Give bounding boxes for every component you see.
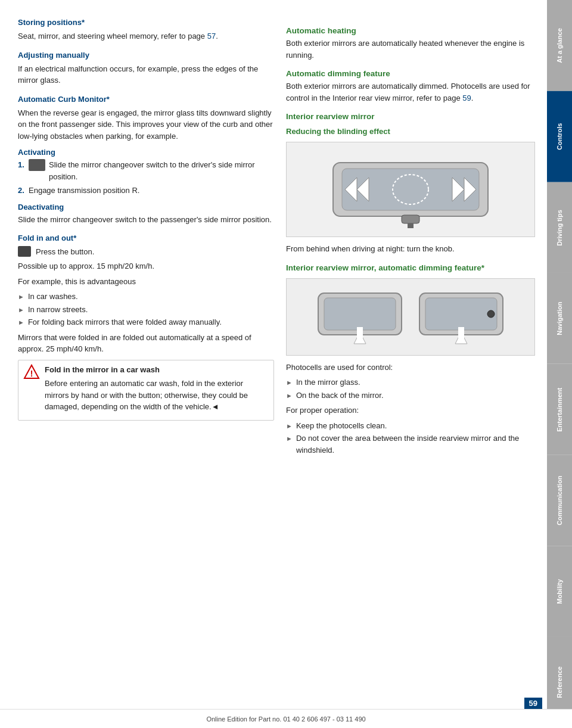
right-column: Automatic heating Both exterior mirrors … (286, 18, 535, 692)
fold-body3: For example, this is advantageous (18, 276, 274, 288)
warning-icon: ! (23, 364, 40, 381)
svg-rect-10 (408, 223, 414, 228)
reducing-effect-heading: Reducing the blinding effect (286, 127, 535, 136)
bullet-keep-clean: ► Keep the photocells clean. (286, 420, 535, 432)
warning-title: Fold in the mirror in a car wash (45, 364, 269, 376)
page-59-link[interactable]: 59 (462, 94, 471, 102)
reducing-caption: From behind when driving at night: turn … (286, 243, 535, 255)
bullet-mirror-glass: ► In the mirror glass. (286, 377, 535, 388)
step-2-text: Engage transmission position R. (29, 185, 139, 197)
svg-text:!: ! (30, 369, 33, 378)
fold-body4: Mirrors that were folded in are folded o… (18, 332, 274, 355)
photocells-intro: Photocells are used for control: (286, 362, 535, 374)
svg-point-17 (487, 310, 495, 318)
svg-rect-19 (458, 327, 464, 339)
footer-text: Online Edition for Part no. 01 40 2 606 … (206, 715, 365, 723)
storing-positions-body: Seat, mirror, and steering wheel memory,… (18, 30, 274, 42)
auto-dimming-heading: Automatic dimming feature (286, 69, 535, 78)
sidebar-item-controls[interactable]: Controls (547, 91, 572, 182)
bullet-no-cover: ► Do not cover the area between the insi… (286, 433, 535, 456)
svg-rect-16 (425, 298, 497, 330)
left-column: Storing positions* Seat, mirror, and ste… (18, 18, 274, 692)
page-57-link[interactable]: 57 (207, 32, 216, 41)
svg-rect-9 (402, 215, 419, 223)
activating-steps: 1. Slide the mirror changeover switch to… (18, 159, 274, 197)
deactivating-subheading: Deactivating (18, 203, 274, 211)
sidebar-item-entertainment[interactable]: Entertainment (547, 364, 572, 455)
fold-button-icon (18, 246, 31, 257)
step-2: 2. Engage transmission position R. (18, 185, 274, 197)
step-1: 1. Slide the mirror changeover switch to… (18, 159, 274, 182)
deactivating-body: Slide the mirror changeover switch to th… (18, 214, 274, 226)
proper-operation-intro: For proper operation: (286, 405, 535, 416)
sidebar: At a glance Controls Driving tips Naviga… (547, 0, 572, 728)
interior-mirror-heading: Interior rearview mirror (286, 112, 535, 121)
storing-positions-heading: Storing positions* (18, 18, 274, 27)
fold-bullets: ► In car washes. ► In narrow streets. ► … (18, 291, 274, 328)
sidebar-item-at-a-glance[interactable]: At a glance (547, 0, 572, 91)
adjusting-manually-heading: Adjusting manually (18, 51, 274, 60)
operation-bullets: ► Keep the photocells clean. ► Do not co… (286, 420, 535, 456)
curb-monitor-body: When the reverse gear is engaged, the mi… (18, 107, 274, 142)
fold-heading: Fold in and out* (18, 234, 274, 242)
auto-heating-body: Both exterior mirrors are automatically … (286, 38, 535, 61)
mirror-diagram-2 (286, 278, 535, 356)
bullet-back-mirror: ► On the back of the mirror. (286, 390, 535, 402)
fold-body: Press the button. (36, 247, 94, 256)
bullet-folding-back: ► For folding back mirrors that were fol… (18, 316, 274, 328)
sidebar-item-driving-tips[interactable]: Driving tips (547, 182, 572, 273)
auto-dimming2-heading: Interior rearview mirror, automatic dimm… (286, 263, 535, 272)
warning-body: Before entering an automatic car wash, f… (45, 378, 269, 413)
sidebar-item-communication[interactable]: Communication (547, 455, 572, 546)
activating-subheading: Activating (18, 148, 274, 157)
mirror-diagram-1 (286, 142, 535, 237)
curb-monitor-heading: Automatic Curb Monitor* (18, 95, 274, 104)
adjusting-manually-body: If an electrical malfunction occurs, for… (18, 63, 274, 86)
footer: Online Edition for Part no. 01 40 2 606 … (0, 709, 572, 728)
page-number: 59 (524, 698, 542, 709)
svg-rect-14 (357, 327, 363, 339)
svg-rect-12 (324, 298, 396, 330)
fold-body2: Possible up to approx. 15 mph/20 km/h. (18, 260, 274, 272)
auto-dimming-body: Both exterior mirrors are automatically … (286, 80, 535, 104)
sidebar-item-navigation[interactable]: Navigation (547, 273, 572, 364)
step-1-text: Slide the mirror changeover switch to th… (49, 159, 274, 182)
mirror-switch-icon (29, 159, 45, 171)
bullet-narrow-streets: ► In narrow streets. (18, 304, 274, 316)
sidebar-item-mobility[interactable]: Mobility (547, 546, 572, 637)
bullet-car-washes: ► In car washes. (18, 291, 274, 303)
warning-box: ! Fold in the mirror in a car wash Befor… (18, 360, 274, 421)
photocells-bullets: ► In the mirror glass. ► On the back of … (286, 377, 535, 401)
auto-heating-heading: Automatic heating (286, 26, 535, 35)
